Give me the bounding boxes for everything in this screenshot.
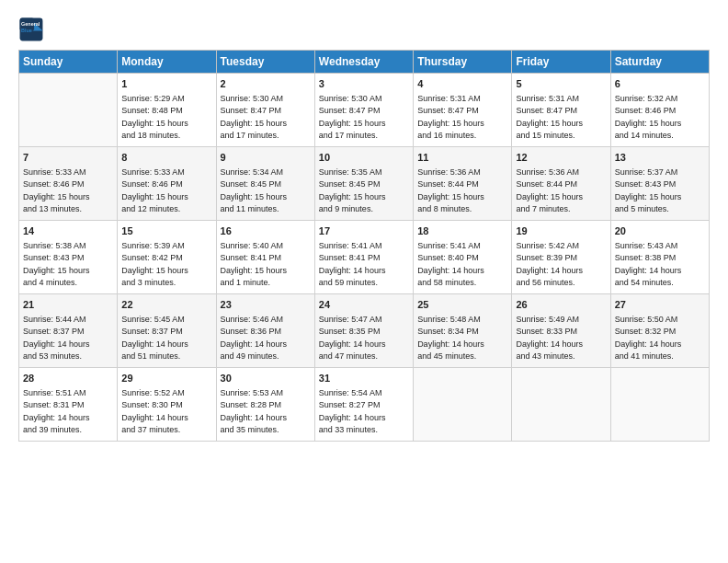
- day-info: Sunrise: 5:31 AMSunset: 8:47 PMDaylight:…: [417, 93, 507, 143]
- calendar-cell: 7Sunrise: 5:33 AMSunset: 8:46 PMDaylight…: [19, 146, 118, 220]
- calendar-cell: [610, 367, 709, 441]
- day-number: 5: [516, 77, 606, 92]
- calendar-cell: 26Sunrise: 5:49 AMSunset: 8:33 PMDayligh…: [512, 293, 610, 367]
- calendar-cell: 17Sunrise: 5:41 AMSunset: 8:41 PMDayligh…: [314, 220, 413, 293]
- day-number: 30: [221, 372, 311, 386]
- day-info: Sunrise: 5:29 AMSunset: 8:48 PMDaylight:…: [121, 93, 211, 143]
- day-number: 8: [121, 151, 211, 166]
- header-thursday: Thursday: [414, 51, 512, 74]
- day-info: Sunrise: 5:39 AMSunset: 8:42 PMDaylight:…: [121, 240, 211, 290]
- day-info: Sunrise: 5:30 AMSunset: 8:47 PMDaylight:…: [319, 93, 409, 143]
- day-info: Sunrise: 5:51 AMSunset: 8:31 PMDaylight:…: [23, 387, 113, 437]
- day-number: 9: [221, 151, 311, 166]
- svg-text:General: General: [21, 21, 40, 27]
- day-info: Sunrise: 5:34 AMSunset: 8:45 PMDaylight:…: [221, 167, 311, 216]
- day-info: Sunrise: 5:33 AMSunset: 8:46 PMDaylight:…: [121, 167, 211, 216]
- day-info: Sunrise: 5:31 AMSunset: 8:47 PMDaylight:…: [516, 93, 606, 143]
- day-info: Sunrise: 5:38 AMSunset: 8:43 PMDaylight:…: [23, 240, 113, 290]
- header-saturday: Saturday: [610, 51, 709, 74]
- calendar-cell: 18Sunrise: 5:41 AMSunset: 8:40 PMDayligh…: [414, 220, 512, 293]
- day-number: 26: [516, 298, 606, 313]
- logo: General Blue: [18, 17, 48, 42]
- logo-icon: General Blue: [18, 17, 44, 42]
- calendar-cell: 9Sunrise: 5:34 AMSunset: 8:45 PMDaylight…: [216, 146, 314, 220]
- calendar-cell: 12Sunrise: 5:36 AMSunset: 8:44 PMDayligh…: [512, 146, 610, 220]
- day-info: Sunrise: 5:36 AMSunset: 8:44 PMDaylight:…: [417, 167, 507, 216]
- day-info: Sunrise: 5:41 AMSunset: 8:41 PMDaylight:…: [319, 240, 409, 290]
- day-info: Sunrise: 5:33 AMSunset: 8:46 PMDaylight:…: [23, 167, 113, 216]
- calendar-cell: 31Sunrise: 5:54 AMSunset: 8:27 PMDayligh…: [314, 367, 413, 441]
- day-number: 20: [615, 224, 705, 239]
- day-number: 28: [23, 372, 113, 386]
- calendar-cell: 14Sunrise: 5:38 AMSunset: 8:43 PMDayligh…: [19, 220, 118, 293]
- calendar-cell: 5Sunrise: 5:31 AMSunset: 8:47 PMDaylight…: [512, 74, 610, 147]
- week-row-3: 14Sunrise: 5:38 AMSunset: 8:43 PMDayligh…: [19, 220, 710, 293]
- day-info: Sunrise: 5:44 AMSunset: 8:37 PMDaylight:…: [23, 314, 113, 363]
- calendar-cell: 20Sunrise: 5:43 AMSunset: 8:38 PMDayligh…: [610, 220, 709, 293]
- day-number: 4: [417, 77, 507, 92]
- calendar-cell: 1Sunrise: 5:29 AMSunset: 8:48 PMDaylight…: [118, 74, 216, 147]
- week-row-5: 28Sunrise: 5:51 AMSunset: 8:31 PMDayligh…: [19, 367, 710, 441]
- day-info: Sunrise: 5:42 AMSunset: 8:39 PMDaylight:…: [516, 240, 606, 290]
- calendar-cell: 16Sunrise: 5:40 AMSunset: 8:41 PMDayligh…: [216, 220, 314, 293]
- calendar-cell: 2Sunrise: 5:30 AMSunset: 8:47 PMDaylight…: [216, 74, 314, 147]
- day-info: Sunrise: 5:32 AMSunset: 8:46 PMDaylight:…: [615, 93, 705, 143]
- day-number: 14: [23, 224, 113, 239]
- calendar-cell: 22Sunrise: 5:45 AMSunset: 8:37 PMDayligh…: [118, 293, 216, 367]
- calendar-cell: 24Sunrise: 5:47 AMSunset: 8:35 PMDayligh…: [314, 293, 413, 367]
- day-number: 31: [319, 372, 409, 386]
- day-info: Sunrise: 5:36 AMSunset: 8:44 PMDaylight:…: [516, 167, 606, 216]
- calendar-cell: 15Sunrise: 5:39 AMSunset: 8:42 PMDayligh…: [118, 220, 216, 293]
- calendar-cell: [512, 367, 610, 441]
- calendar-table: SundayMondayTuesdayWednesdayThursdayFrid…: [18, 50, 710, 442]
- day-number: 18: [417, 224, 507, 239]
- day-number: 24: [319, 298, 409, 313]
- day-number: 3: [319, 77, 409, 92]
- day-info: Sunrise: 5:48 AMSunset: 8:34 PMDaylight:…: [417, 314, 507, 363]
- day-number: 16: [221, 224, 311, 239]
- day-number: 17: [319, 224, 409, 239]
- calendar-cell: 3Sunrise: 5:30 AMSunset: 8:47 PMDaylight…: [314, 74, 413, 147]
- day-number: 29: [121, 372, 211, 386]
- week-row-1: 1Sunrise: 5:29 AMSunset: 8:48 PMDaylight…: [19, 74, 710, 147]
- day-info: Sunrise: 5:37 AMSunset: 8:43 PMDaylight:…: [615, 167, 705, 216]
- day-number: 21: [23, 298, 113, 313]
- calendar-cell: 6Sunrise: 5:32 AMSunset: 8:46 PMDaylight…: [610, 74, 709, 147]
- calendar-cell: 29Sunrise: 5:52 AMSunset: 8:30 PMDayligh…: [118, 367, 216, 441]
- header-friday: Friday: [512, 51, 610, 74]
- day-info: Sunrise: 5:49 AMSunset: 8:33 PMDaylight:…: [516, 314, 606, 363]
- day-info: Sunrise: 5:45 AMSunset: 8:37 PMDaylight:…: [121, 314, 211, 363]
- week-row-2: 7Sunrise: 5:33 AMSunset: 8:46 PMDaylight…: [19, 146, 710, 220]
- day-number: 2: [221, 77, 311, 92]
- calendar-cell: 28Sunrise: 5:51 AMSunset: 8:31 PMDayligh…: [19, 367, 118, 441]
- day-number: 13: [615, 151, 705, 166]
- day-number: 10: [319, 151, 409, 166]
- header-sunday: Sunday: [19, 51, 118, 74]
- day-number: 19: [516, 224, 606, 239]
- calendar-cell: 11Sunrise: 5:36 AMSunset: 8:44 PMDayligh…: [414, 146, 512, 220]
- calendar-cell: 25Sunrise: 5:48 AMSunset: 8:34 PMDayligh…: [414, 293, 512, 367]
- day-number: 23: [221, 298, 311, 313]
- calendar-cell: [414, 367, 512, 441]
- day-info: Sunrise: 5:43 AMSunset: 8:38 PMDaylight:…: [615, 240, 705, 290]
- day-info: Sunrise: 5:30 AMSunset: 8:47 PMDaylight:…: [221, 93, 311, 143]
- day-number: 12: [516, 151, 606, 166]
- day-number: 11: [417, 151, 507, 166]
- day-number: 15: [121, 224, 211, 239]
- calendar-cell: 23Sunrise: 5:46 AMSunset: 8:36 PMDayligh…: [216, 293, 314, 367]
- day-number: 25: [417, 298, 507, 313]
- day-info: Sunrise: 5:54 AMSunset: 8:27 PMDaylight:…: [319, 387, 409, 437]
- week-row-4: 21Sunrise: 5:44 AMSunset: 8:37 PMDayligh…: [19, 293, 710, 367]
- calendar-header-row: SundayMondayTuesdayWednesdayThursdayFrid…: [19, 51, 710, 74]
- calendar-body: 1Sunrise: 5:29 AMSunset: 8:48 PMDaylight…: [19, 74, 710, 442]
- day-number: 6: [615, 77, 705, 92]
- day-number: 1: [121, 77, 211, 92]
- calendar-cell: 27Sunrise: 5:50 AMSunset: 8:32 PMDayligh…: [610, 293, 709, 367]
- calendar-cell: 21Sunrise: 5:44 AMSunset: 8:37 PMDayligh…: [19, 293, 118, 367]
- day-info: Sunrise: 5:41 AMSunset: 8:40 PMDaylight:…: [417, 240, 507, 290]
- day-info: Sunrise: 5:40 AMSunset: 8:41 PMDaylight:…: [221, 240, 311, 290]
- header-tuesday: Tuesday: [216, 51, 314, 74]
- header-wednesday: Wednesday: [314, 51, 413, 74]
- day-number: 27: [615, 298, 705, 313]
- svg-text:Blue: Blue: [21, 28, 32, 33]
